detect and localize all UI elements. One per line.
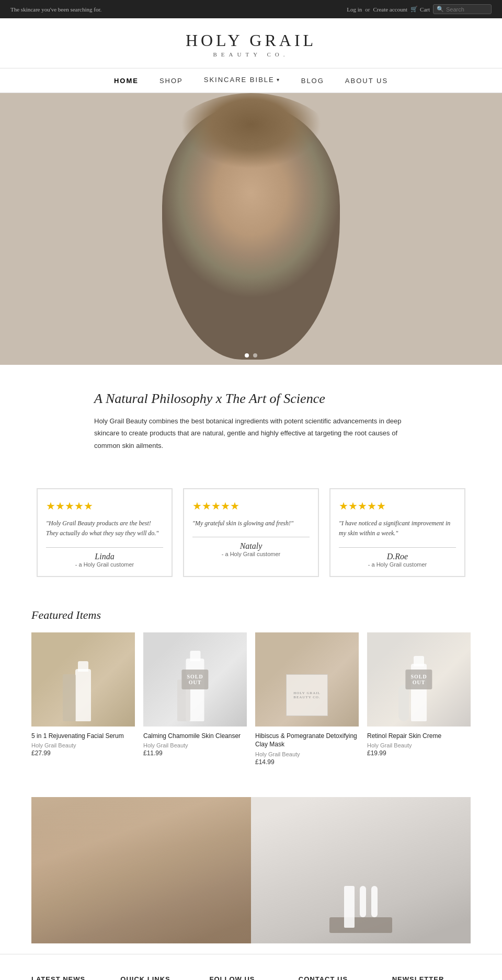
product-name-1: 5 in 1 Rejuvenating Facial Serum bbox=[31, 732, 135, 741]
search-box[interactable]: 🔍 bbox=[433, 4, 492, 14]
logo-area: HOLY GRAIL BEAUTY CO. bbox=[0, 18, 502, 68]
top-bar-tagline: The skincare you've been searching for. bbox=[10, 6, 101, 13]
testimonial-author-3: D.Roe - a Holy Grail customer bbox=[339, 547, 456, 568]
hero-dot-2[interactable] bbox=[253, 353, 257, 358]
product-name-2: Calming Chamomile Skin Cleanser bbox=[143, 732, 247, 741]
product-price-4: £19.99 bbox=[367, 750, 471, 757]
footer-grid: Latest News 6 Skincare Steps That Every … bbox=[31, 975, 471, 980]
stars-2: ★★★★★ bbox=[192, 500, 310, 512]
product-box-3: HOLY GRAILBEAUTY CO. bbox=[286, 674, 328, 716]
mini-bottle-1 bbox=[344, 886, 355, 928]
nav-item-shop[interactable]: SHOP bbox=[159, 76, 183, 85]
product-price-3: £14.99 bbox=[255, 758, 359, 766]
nav-item-blog[interactable]: BLOG bbox=[301, 76, 324, 85]
nav-item-about[interactable]: ABOUT US bbox=[345, 76, 388, 85]
stars-1: ★★★★★ bbox=[46, 500, 163, 512]
testimonial-text-1: "Holy Grail Beauty products are the best… bbox=[46, 518, 163, 538]
product-brand-3: Holy Grail Beauty bbox=[255, 751, 359, 757]
nav-item-home[interactable]: HOME bbox=[114, 76, 139, 85]
or-separator: or bbox=[365, 6, 370, 13]
login-link[interactable]: Log in bbox=[347, 6, 362, 13]
chevron-down-icon: ▾ bbox=[277, 77, 280, 83]
cart-link[interactable]: 🛒 Cart bbox=[410, 6, 430, 13]
product-image-4: SOLDOUT bbox=[367, 632, 471, 727]
product-card-4[interactable]: SOLDOUT Retinol Repair Skin Creme Holy G… bbox=[367, 632, 471, 766]
philosophy-heading: A Natural Philosophy x The Art of Scienc… bbox=[94, 391, 408, 407]
product-bottle-1 bbox=[75, 669, 91, 721]
footer-contact-title: Contact Us bbox=[299, 975, 382, 980]
author-sub-2: - a Holy Grail customer bbox=[192, 551, 310, 557]
footer-contact: Contact Us alicia@holygrailbeautyco.com bbox=[299, 975, 382, 980]
product-card-3[interactable]: HOLY GRAILBEAUTY CO. Hibiscus & Pomegran… bbox=[255, 632, 359, 766]
product-name-3: Hibiscus & Pomegranate Detoxifying Clay … bbox=[255, 732, 359, 750]
philosophy-section: A Natural Philosophy x The Art of Scienc… bbox=[42, 365, 460, 467]
brand-name[interactable]: HOLY GRAIL bbox=[10, 31, 492, 50]
banner-left-overlay bbox=[31, 797, 251, 943]
product-image-2: SOLDOUT bbox=[143, 632, 247, 727]
featured-section: Featured Items 5 in 1 Rejuvenating Facia… bbox=[0, 598, 502, 787]
hero-dot-1[interactable] bbox=[245, 353, 249, 358]
product-brand-2: Holy Grail Beauty bbox=[143, 742, 247, 748]
testimonial-author-2: Nataly - a Holy Grail customer bbox=[192, 537, 310, 557]
product-image-1 bbox=[31, 632, 135, 727]
testimonial-card-2: ★★★★★ "My grateful skin is glowing and f… bbox=[183, 488, 319, 577]
featured-title: Featured Items bbox=[31, 608, 471, 622]
footer-news-title: Latest News bbox=[31, 975, 110, 980]
hero-banner bbox=[0, 93, 502, 365]
footer-quick-links: Quick Links Search About us bbox=[120, 975, 199, 980]
product-card-1[interactable]: 5 in 1 Rejuvenating Facial Serum Holy Gr… bbox=[31, 632, 135, 766]
hero-model-hair bbox=[152, 93, 350, 250]
products-grid: 5 in 1 Rejuvenating Facial Serum Holy Gr… bbox=[31, 632, 471, 766]
product-price-2: £11.99 bbox=[143, 750, 247, 757]
search-input[interactable] bbox=[446, 6, 488, 13]
product-name-4: Retinol Repair Skin Creme bbox=[367, 732, 471, 741]
footer-newsletter-title: Newsletter bbox=[392, 975, 471, 980]
product-price-1: £27.99 bbox=[31, 750, 135, 757]
footer-follow-us: Follow Us f ● bbox=[210, 975, 288, 980]
product-brand-4: Holy Grail Beauty bbox=[367, 742, 471, 748]
brand-subtitle: BEAUTY CO. bbox=[10, 51, 492, 57]
banner-left[interactable] bbox=[31, 797, 251, 943]
philosophy-body: Holy Grail Beauty combines the best bota… bbox=[94, 415, 408, 452]
banner-right[interactable] bbox=[251, 797, 471, 943]
testimonial-author-1: Linda - a Holy Grail customer bbox=[46, 547, 163, 568]
product-brand-1: Holy Grail Beauty bbox=[31, 742, 135, 748]
author-sub-1: - a Holy Grail customer bbox=[46, 561, 163, 568]
sold-out-badge-2: SOLDOUT bbox=[181, 670, 208, 689]
top-bar-account: Log in or Create account 🛒 Cart 🔍 bbox=[347, 4, 492, 14]
top-bar: The skincare you've been searching for. … bbox=[0, 0, 502, 18]
footer: Latest News 6 Skincare Steps That Every … bbox=[0, 954, 502, 980]
banners-row bbox=[31, 797, 471, 943]
product-image-3: HOLY GRAILBEAUTY CO. bbox=[255, 632, 359, 727]
testimonial-text-2: "My grateful skin is glowing and fresh!" bbox=[192, 518, 310, 528]
testimonials-section: ★★★★★ "Holy Grail Beauty products are th… bbox=[0, 467, 502, 597]
author-name-1: Linda bbox=[46, 552, 163, 561]
product-tube-4 bbox=[398, 685, 409, 721]
banner-bottles bbox=[344, 886, 378, 928]
mini-tube-1 bbox=[360, 886, 366, 917]
search-icon: 🔍 bbox=[437, 6, 444, 13]
hero-dots bbox=[245, 353, 257, 358]
cart-icon: 🛒 bbox=[410, 6, 418, 13]
create-account-link[interactable]: Create account bbox=[373, 6, 407, 13]
footer-follow-title: Follow Us bbox=[210, 975, 288, 980]
author-name-2: Nataly bbox=[192, 541, 310, 551]
stars-3: ★★★★★ bbox=[339, 500, 456, 512]
footer-latest-news: Latest News 6 Skincare Steps That Every … bbox=[31, 975, 110, 980]
testimonial-card-3: ★★★★★ "I have noticed a significant impr… bbox=[329, 488, 465, 577]
product-card-2[interactable]: SOLDOUT Calming Chamomile Skin Cleanser … bbox=[143, 632, 247, 766]
main-nav: HOME SHOP SKINCARE BIBLE ▾ BLOG ABOUT US bbox=[0, 68, 502, 93]
author-sub-3: - a Holy Grail customer bbox=[339, 561, 456, 568]
nav-item-skincare-bible[interactable]: SKINCARE BIBLE ▾ bbox=[204, 76, 280, 85]
author-name-3: D.Roe bbox=[339, 552, 456, 561]
testimonial-card-1: ★★★★★ "Holy Grail Beauty products are th… bbox=[37, 488, 173, 577]
testimonial-text-3: "I have noticed a significant improvemen… bbox=[339, 518, 456, 538]
footer-links-title: Quick Links bbox=[120, 975, 199, 980]
footer-newsletter: Newsletter Sign up for the latest news, … bbox=[392, 975, 471, 980]
sold-out-badge-4: SOLDOUT bbox=[405, 670, 432, 689]
product-bottle-1b bbox=[63, 674, 76, 721]
mini-tube-2 bbox=[371, 886, 378, 917]
